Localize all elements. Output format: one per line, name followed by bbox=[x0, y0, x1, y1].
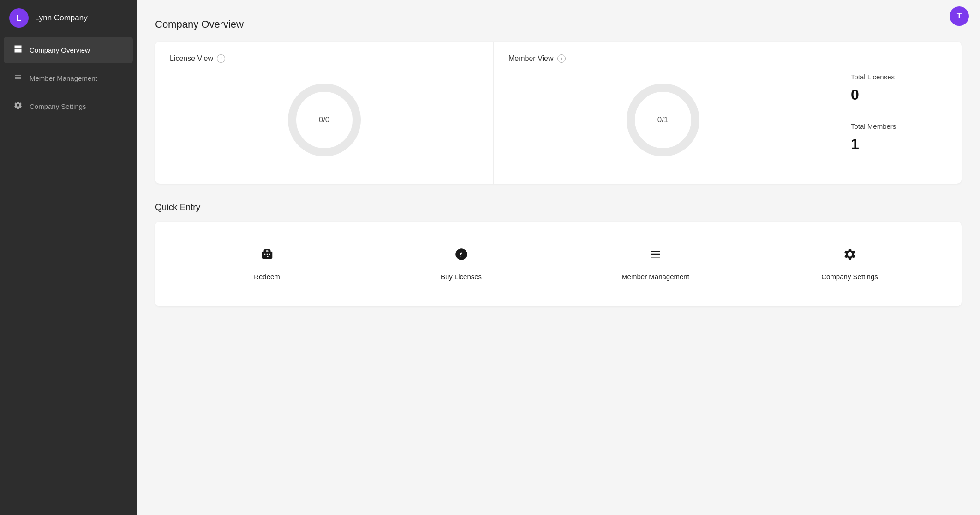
company-settings-icon bbox=[13, 101, 23, 112]
top-bar: T bbox=[938, 0, 980, 32]
sidebar-label-member-management: Member Management bbox=[30, 74, 97, 82]
member-management-quick-label: Member Management bbox=[621, 273, 689, 281]
sidebar-label-company-overview: Company Overview bbox=[30, 46, 90, 54]
sidebar: L Lynn Company Company Overview Member M… bbox=[0, 0, 137, 515]
total-licenses-value: 0 bbox=[851, 86, 895, 103]
license-view-info-icon[interactable]: i bbox=[217, 54, 225, 63]
user-avatar[interactable]: T bbox=[950, 6, 969, 26]
license-donut-label: 0/0 bbox=[319, 115, 330, 125]
license-view-label: License View i bbox=[170, 54, 225, 63]
member-management-quick-icon bbox=[649, 247, 663, 264]
member-view-chart: 0/1 bbox=[508, 74, 817, 171]
member-view-label: Member View i bbox=[508, 54, 566, 63]
quick-item-buy-licenses[interactable]: Buy Licenses bbox=[364, 240, 558, 288]
member-view-card: Member View i 0/1 bbox=[494, 42, 832, 184]
license-view-card: License View i 0/0 bbox=[155, 42, 494, 184]
redeem-label: Redeem bbox=[254, 273, 280, 281]
sidebar-item-company-overview[interactable]: Company Overview bbox=[4, 37, 133, 63]
stats-card: Total Licenses 0 Total Members 1 bbox=[832, 42, 962, 184]
member-donut-label: 0/1 bbox=[657, 115, 669, 125]
company-overview-icon bbox=[13, 44, 23, 56]
overview-cards: License View i 0/0 Member View i bbox=[155, 42, 962, 184]
member-management-icon bbox=[13, 72, 23, 84]
company-settings-quick-icon bbox=[843, 247, 857, 264]
company-settings-quick-label: Company Settings bbox=[821, 273, 878, 281]
license-donut: 0/0 bbox=[283, 78, 366, 162]
total-licenses-block: Total Licenses 0 bbox=[851, 64, 895, 113]
member-view-info-icon[interactable]: i bbox=[557, 54, 566, 63]
buy-licenses-icon bbox=[454, 247, 468, 264]
company-header: L Lynn Company bbox=[0, 0, 137, 36]
total-members-block: Total Members 1 bbox=[851, 113, 896, 162]
quick-item-member-management[interactable]: Member Management bbox=[558, 240, 753, 288]
page-title: Company Overview bbox=[155, 18, 962, 30]
license-view-chart: 0/0 bbox=[170, 74, 478, 171]
quick-item-company-settings[interactable]: Company Settings bbox=[753, 240, 947, 288]
quick-item-redeem[interactable]: Redeem bbox=[170, 240, 364, 288]
buy-licenses-label: Buy Licenses bbox=[441, 273, 482, 281]
company-avatar: L bbox=[9, 8, 29, 28]
total-licenses-label: Total Licenses bbox=[851, 73, 895, 81]
quick-entry-title: Quick Entry bbox=[155, 202, 962, 212]
main-content: Company Overview License View i 0/0 Memb… bbox=[137, 0, 980, 515]
sidebar-label-company-settings: Company Settings bbox=[30, 102, 86, 110]
total-members-label: Total Members bbox=[851, 122, 896, 130]
total-members-value: 1 bbox=[851, 136, 896, 153]
quick-entry-card: Redeem Buy Licenses Member Management Co… bbox=[155, 222, 962, 306]
redeem-icon bbox=[260, 247, 274, 264]
member-donut: 0/1 bbox=[621, 78, 705, 162]
company-name: Lynn Company bbox=[35, 13, 88, 23]
sidebar-item-company-settings[interactable]: Company Settings bbox=[4, 93, 133, 120]
sidebar-item-member-management[interactable]: Member Management bbox=[4, 65, 133, 91]
